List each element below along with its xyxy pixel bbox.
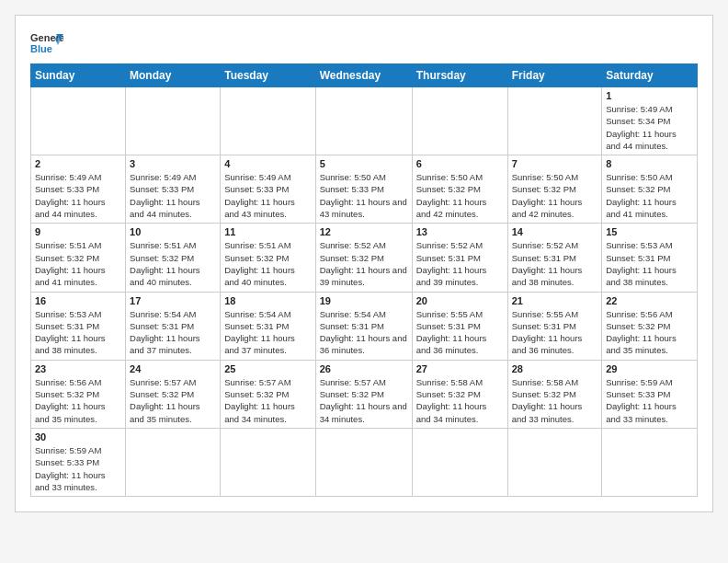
day-number: 14 <box>512 226 597 237</box>
day-number: 13 <box>416 226 504 237</box>
calendar-cell: 28Sunrise: 5:58 AM Sunset: 5:32 PM Dayli… <box>507 360 601 428</box>
page-header: General Blue <box>30 30 698 56</box>
calendar-cell: 26Sunrise: 5:57 AM Sunset: 5:32 PM Dayli… <box>315 360 412 428</box>
calendar-day-header: Sunday <box>31 64 126 87</box>
calendar-header-row: SundayMondayTuesdayWednesdayThursdayFrid… <box>31 64 698 87</box>
cell-content: Sunrise: 5:54 AM Sunset: 5:31 PM Dayligh… <box>320 308 408 357</box>
cell-content: Sunrise: 5:56 AM Sunset: 5:32 PM Dayligh… <box>35 376 121 425</box>
calendar-day-header: Monday <box>126 64 221 87</box>
calendar-cell <box>221 87 315 155</box>
day-number: 10 <box>130 226 216 237</box>
calendar-cell: 30Sunrise: 5:59 AM Sunset: 5:33 PM Dayli… <box>31 428 126 496</box>
calendar-cell: 16Sunrise: 5:53 AM Sunset: 5:31 PM Dayli… <box>31 292 126 360</box>
cell-content: Sunrise: 5:50 AM Sunset: 5:33 PM Dayligh… <box>320 171 408 220</box>
day-number: 6 <box>416 158 504 169</box>
day-number: 16 <box>35 295 121 306</box>
day-number: 4 <box>224 158 311 169</box>
day-number: 11 <box>224 226 311 237</box>
cell-content: Sunrise: 5:51 AM Sunset: 5:32 PM Dayligh… <box>130 239 216 288</box>
day-number: 28 <box>512 363 597 374</box>
calendar-cell: 5Sunrise: 5:50 AM Sunset: 5:33 PM Daylig… <box>315 155 412 224</box>
cell-content: Sunrise: 5:58 AM Sunset: 5:32 PM Dayligh… <box>416 376 504 425</box>
calendar-cell <box>602 428 698 496</box>
calendar-cell: 1Sunrise: 5:49 AM Sunset: 5:34 PM Daylig… <box>602 87 698 155</box>
logo-icon: General Blue <box>30 30 63 56</box>
calendar-cell: 23Sunrise: 5:56 AM Sunset: 5:32 PM Dayli… <box>31 360 126 428</box>
cell-content: Sunrise: 5:54 AM Sunset: 5:31 PM Dayligh… <box>130 308 216 357</box>
calendar-day-header: Saturday <box>602 64 698 87</box>
cell-content: Sunrise: 5:50 AM Sunset: 5:32 PM Dayligh… <box>512 171 597 220</box>
cell-content: Sunrise: 5:57 AM Sunset: 5:32 PM Dayligh… <box>130 376 216 425</box>
cell-content: Sunrise: 5:54 AM Sunset: 5:31 PM Dayligh… <box>224 308 311 357</box>
calendar-cell: 4Sunrise: 5:49 AM Sunset: 5:33 PM Daylig… <box>221 155 315 224</box>
calendar-week-row: 9Sunrise: 5:51 AM Sunset: 5:32 PM Daylig… <box>31 224 698 292</box>
day-number: 27 <box>416 363 504 374</box>
calendar-day-header: Wednesday <box>315 64 412 87</box>
cell-content: Sunrise: 5:52 AM Sunset: 5:31 PM Dayligh… <box>512 239 597 288</box>
calendar-cell: 27Sunrise: 5:58 AM Sunset: 5:32 PM Dayli… <box>412 360 507 428</box>
calendar-cell: 13Sunrise: 5:52 AM Sunset: 5:31 PM Dayli… <box>412 224 507 292</box>
calendar-cell: 18Sunrise: 5:54 AM Sunset: 5:31 PM Dayli… <box>221 292 315 360</box>
cell-content: Sunrise: 5:50 AM Sunset: 5:32 PM Dayligh… <box>606 171 693 220</box>
calendar-cell: 6Sunrise: 5:50 AM Sunset: 5:32 PM Daylig… <box>412 155 507 224</box>
cell-content: Sunrise: 5:57 AM Sunset: 5:32 PM Dayligh… <box>320 376 408 425</box>
calendar-day-header: Tuesday <box>221 64 315 87</box>
calendar-cell: 20Sunrise: 5:55 AM Sunset: 5:31 PM Dayli… <box>412 292 507 360</box>
cell-content: Sunrise: 5:56 AM Sunset: 5:32 PM Dayligh… <box>606 308 693 357</box>
calendar-cell <box>315 87 412 155</box>
day-number: 7 <box>512 158 597 169</box>
day-number: 30 <box>35 431 121 442</box>
cell-content: Sunrise: 5:55 AM Sunset: 5:31 PM Dayligh… <box>512 308 597 357</box>
cell-content: Sunrise: 5:57 AM Sunset: 5:32 PM Dayligh… <box>224 376 311 425</box>
calendar-week-row: 1Sunrise: 5:49 AM Sunset: 5:34 PM Daylig… <box>31 87 698 155</box>
cell-content: Sunrise: 5:50 AM Sunset: 5:32 PM Dayligh… <box>416 171 504 220</box>
cell-content: Sunrise: 5:53 AM Sunset: 5:31 PM Dayligh… <box>606 239 693 288</box>
calendar-cell <box>507 428 601 496</box>
day-number: 19 <box>320 295 408 306</box>
calendar-cell <box>221 428 315 496</box>
calendar-page: General Blue SundayMondayTuesdayWednesda… <box>15 15 713 512</box>
day-number: 12 <box>320 226 408 237</box>
svg-text:Blue: Blue <box>30 43 52 54</box>
day-number: 25 <box>224 363 311 374</box>
day-number: 21 <box>512 295 597 306</box>
calendar-cell: 12Sunrise: 5:52 AM Sunset: 5:32 PM Dayli… <box>315 224 412 292</box>
cell-content: Sunrise: 5:49 AM Sunset: 5:33 PM Dayligh… <box>224 171 311 220</box>
day-number: 1 <box>606 90 693 101</box>
calendar-week-row: 30Sunrise: 5:59 AM Sunset: 5:33 PM Dayli… <box>31 428 698 496</box>
cell-content: Sunrise: 5:55 AM Sunset: 5:31 PM Dayligh… <box>416 308 504 357</box>
calendar-cell <box>126 87 221 155</box>
calendar-cell: 29Sunrise: 5:59 AM Sunset: 5:33 PM Dayli… <box>602 360 698 428</box>
cell-content: Sunrise: 5:49 AM Sunset: 5:34 PM Dayligh… <box>606 103 693 152</box>
calendar-cell <box>507 87 601 155</box>
calendar-cell: 21Sunrise: 5:55 AM Sunset: 5:31 PM Dayli… <box>507 292 601 360</box>
cell-content: Sunrise: 5:49 AM Sunset: 5:33 PM Dayligh… <box>35 171 121 220</box>
calendar-cell <box>412 428 507 496</box>
calendar-cell: 25Sunrise: 5:57 AM Sunset: 5:32 PM Dayli… <box>221 360 315 428</box>
calendar-cell: 10Sunrise: 5:51 AM Sunset: 5:32 PM Dayli… <box>126 224 221 292</box>
calendar-week-row: 2Sunrise: 5:49 AM Sunset: 5:33 PM Daylig… <box>31 155 698 224</box>
calendar-day-header: Thursday <box>412 64 507 87</box>
calendar-week-row: 23Sunrise: 5:56 AM Sunset: 5:32 PM Dayli… <box>31 360 698 428</box>
calendar-cell: 11Sunrise: 5:51 AM Sunset: 5:32 PM Dayli… <box>221 224 315 292</box>
calendar-week-row: 16Sunrise: 5:53 AM Sunset: 5:31 PM Dayli… <box>31 292 698 360</box>
day-number: 15 <box>606 226 693 237</box>
day-number: 26 <box>320 363 408 374</box>
calendar-cell: 15Sunrise: 5:53 AM Sunset: 5:31 PM Dayli… <box>602 224 698 292</box>
cell-content: Sunrise: 5:52 AM Sunset: 5:31 PM Dayligh… <box>416 239 504 288</box>
day-number: 18 <box>224 295 311 306</box>
cell-content: Sunrise: 5:51 AM Sunset: 5:32 PM Dayligh… <box>35 239 121 288</box>
day-number: 22 <box>606 295 693 306</box>
calendar-cell: 9Sunrise: 5:51 AM Sunset: 5:32 PM Daylig… <box>31 224 126 292</box>
calendar-cell: 24Sunrise: 5:57 AM Sunset: 5:32 PM Dayli… <box>126 360 221 428</box>
calendar-cell: 17Sunrise: 5:54 AM Sunset: 5:31 PM Dayli… <box>126 292 221 360</box>
day-number: 5 <box>320 158 408 169</box>
calendar-cell <box>31 87 126 155</box>
calendar-cell: 14Sunrise: 5:52 AM Sunset: 5:31 PM Dayli… <box>507 224 601 292</box>
cell-content: Sunrise: 5:59 AM Sunset: 5:33 PM Dayligh… <box>606 376 693 425</box>
calendar-cell <box>315 428 412 496</box>
cell-content: Sunrise: 5:52 AM Sunset: 5:32 PM Dayligh… <box>320 239 408 288</box>
logo: General Blue <box>30 30 63 56</box>
calendar-cell: 7Sunrise: 5:50 AM Sunset: 5:32 PM Daylig… <box>507 155 601 224</box>
day-number: 2 <box>35 158 121 169</box>
